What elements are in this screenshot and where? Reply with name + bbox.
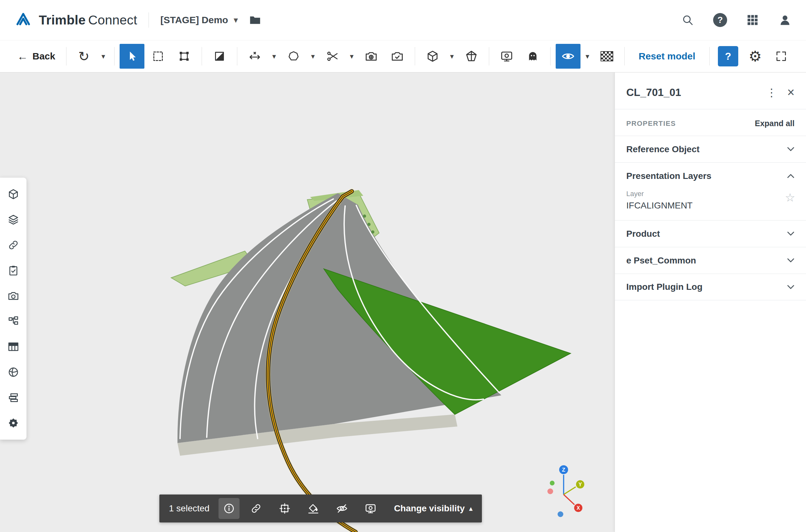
viewer-toolbar: ← Back ↻ ▾ bbox=[0, 40, 806, 73]
present-selection-button[interactable] bbox=[359, 498, 383, 519]
texture-toggle-button[interactable] bbox=[594, 44, 619, 69]
marquee-icon bbox=[152, 50, 164, 63]
project-name: [STAGE] Demo bbox=[160, 15, 228, 25]
reset-view-button[interactable]: ↻ bbox=[72, 44, 96, 69]
sidebar-item-todos[interactable] bbox=[0, 258, 26, 283]
section-label: Product bbox=[626, 229, 660, 239]
section-cut-button[interactable] bbox=[320, 44, 345, 69]
snapshot-button[interactable] bbox=[359, 44, 384, 69]
zoom-to-selection-button[interactable] bbox=[273, 498, 297, 519]
hide-selection-button[interactable] bbox=[330, 498, 354, 519]
section-label: Presentation Layers bbox=[626, 171, 712, 181]
section-label: Import Plugin Log bbox=[626, 282, 703, 292]
left-tool-rail bbox=[0, 177, 27, 440]
sidebar-item-organizer[interactable] bbox=[0, 309, 26, 334]
panel-section-pset-common[interactable]: e Pset_Common bbox=[615, 247, 806, 273]
panel-section-presentation-layers[interactable]: Presentation Layers bbox=[615, 163, 806, 189]
cube-icon bbox=[426, 50, 439, 63]
reset-view-options-button[interactable]: ▾ bbox=[98, 44, 109, 69]
toolbar-separator bbox=[66, 47, 67, 65]
reset-model-button[interactable]: Reset model bbox=[630, 51, 704, 62]
panel-subheader: PROPERTIES Expand all bbox=[615, 109, 806, 136]
paint-color-button[interactable] bbox=[301, 498, 325, 519]
model-views-button[interactable] bbox=[420, 44, 445, 69]
brand[interactable]: TrimbleConnect bbox=[14, 11, 137, 29]
panel-section-reference-object[interactable]: Reference Object bbox=[615, 136, 806, 163]
settings-button[interactable]: ⚙ bbox=[743, 44, 768, 69]
close-icon: × bbox=[787, 85, 794, 99]
folder-icon bbox=[249, 13, 262, 27]
lasso-options-button[interactable]: ▾ bbox=[307, 44, 319, 69]
toolbar-separator bbox=[550, 47, 551, 65]
info-icon bbox=[223, 502, 235, 514]
back-arrow-icon: ← bbox=[17, 50, 28, 63]
presentation-button[interactable] bbox=[494, 44, 519, 69]
field-value: IFCALIGNMENT bbox=[626, 201, 794, 211]
fullscreen-button[interactable] bbox=[769, 44, 793, 69]
sidebar-item-releases[interactable] bbox=[0, 385, 26, 410]
markup-button[interactable] bbox=[385, 44, 410, 69]
search-button[interactable] bbox=[681, 14, 694, 26]
panel-menu-button[interactable]: ⋮ bbox=[759, 86, 784, 99]
panel-section-product[interactable]: Product bbox=[615, 220, 806, 247]
camera-plus-icon bbox=[365, 50, 378, 63]
visibility-tool-button[interactable] bbox=[556, 44, 581, 69]
help-button[interactable]: ? bbox=[713, 13, 727, 27]
cursor-icon bbox=[126, 50, 139, 63]
layer-field: Layer IFCALIGNMENT bbox=[626, 190, 794, 211]
sidebar-item-links[interactable] bbox=[0, 232, 26, 258]
sidebar-item-property-sets[interactable] bbox=[0, 334, 26, 359]
marquee-select-button[interactable] bbox=[146, 44, 170, 69]
hierarchy-icon bbox=[7, 315, 19, 327]
measure-options-button[interactable]: ▾ bbox=[269, 44, 280, 69]
transform-select-button[interactable] bbox=[172, 44, 197, 69]
ghost-mode-button[interactable] bbox=[520, 44, 545, 69]
panel-close-button[interactable]: × bbox=[784, 85, 794, 99]
change-visibility-button[interactable]: Change visibility ▴ bbox=[394, 504, 473, 514]
selection-action-bar: 1 selected bbox=[159, 494, 482, 522]
object-info-button[interactable] bbox=[219, 498, 239, 519]
screen-icon bbox=[500, 50, 513, 63]
select-tool-button[interactable] bbox=[120, 44, 144, 69]
navigation-gizmo[interactable]: Z Y X bbox=[544, 464, 598, 521]
user-account-button[interactable] bbox=[778, 13, 792, 27]
eye-slash-icon bbox=[336, 502, 348, 514]
axis-z-label: Z bbox=[562, 467, 565, 473]
visibility-options-button[interactable]: ▾ bbox=[582, 44, 593, 69]
chevron-down-icon bbox=[787, 285, 794, 289]
road-model[interactable] bbox=[0, 73, 615, 532]
stack-icon bbox=[7, 392, 19, 404]
expand-all-button[interactable]: Expand all bbox=[755, 119, 794, 128]
sidebar-item-snapshots[interactable] bbox=[0, 283, 26, 309]
paint-bucket-icon bbox=[307, 502, 319, 514]
measure-tool-button[interactable] bbox=[242, 44, 267, 69]
axis-y-label: Y bbox=[579, 482, 582, 487]
attach-link-button[interactable] bbox=[244, 498, 268, 519]
app-launcher-button[interactable] bbox=[746, 14, 759, 26]
sidebar-item-models[interactable] bbox=[0, 182, 26, 207]
project-folder-button[interactable] bbox=[249, 13, 262, 27]
model-viewport[interactable]: 1 selected bbox=[0, 73, 615, 532]
panel-section-import-plugin-log[interactable]: Import Plugin Log bbox=[615, 273, 806, 300]
axis-x-label: X bbox=[577, 505, 580, 511]
sidebar-item-clash[interactable] bbox=[0, 359, 26, 385]
lasso-tool-button[interactable] bbox=[281, 44, 306, 69]
badge-icon bbox=[7, 417, 19, 429]
viewer-help-button[interactable]: ? bbox=[718, 46, 738, 66]
favorite-star-icon[interactable]: ☆ bbox=[785, 191, 795, 204]
sidebar-item-extensions[interactable] bbox=[0, 410, 26, 436]
chevron-down-icon: ▾ bbox=[234, 16, 238, 24]
invert-selection-button[interactable] bbox=[207, 44, 232, 69]
back-button[interactable]: ← Back bbox=[12, 50, 61, 63]
section-options-button[interactable]: ▾ bbox=[346, 44, 358, 69]
camera-icon bbox=[7, 290, 19, 302]
kebab-icon: ⋮ bbox=[766, 87, 777, 98]
model-views-options-button[interactable]: ▾ bbox=[446, 44, 458, 69]
eye-icon bbox=[561, 49, 575, 63]
brand-name: TrimbleConnect bbox=[39, 13, 137, 27]
project-switcher[interactable]: [STAGE] Demo ▾ bbox=[160, 15, 238, 25]
presentation-layers-body: Layer IFCALIGNMENT ☆ bbox=[615, 189, 806, 220]
clip-box-button[interactable] bbox=[459, 44, 484, 69]
link-icon bbox=[250, 502, 262, 514]
sidebar-item-views[interactable] bbox=[0, 207, 26, 232]
